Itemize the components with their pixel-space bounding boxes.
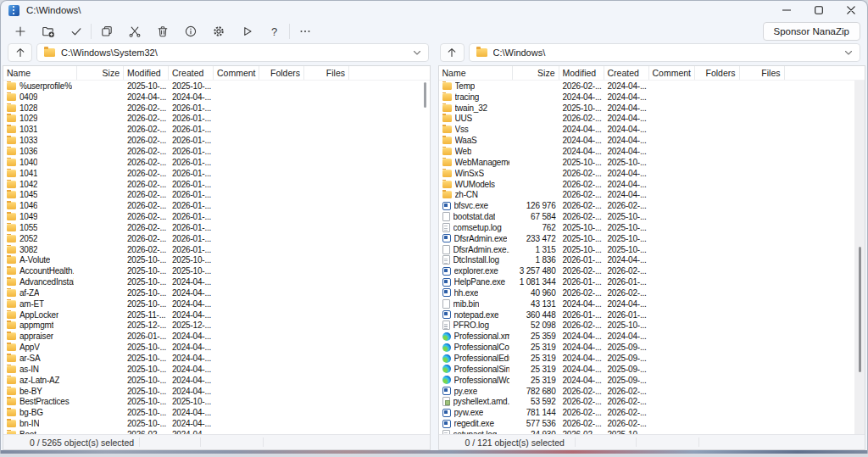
- file-row[interactable]: 10282026-02-...2026-01-...: [3, 103, 430, 114]
- file-row[interactable]: appmgmt2025-12-...2025-12-...: [3, 320, 430, 332]
- file-row[interactable]: AdvancedInstall...2025-10-...2024-04-...: [3, 276, 430, 287]
- column-name[interactable]: Name: [439, 66, 513, 80]
- close-button[interactable]: [835, 1, 867, 20]
- file-row[interactable]: WebManageme...2025-10-...2025-10-...: [439, 157, 865, 168]
- file-row[interactable]: py.exe782 6802026-02-...2026-02-...: [439, 386, 865, 397]
- file-row[interactable]: WUModels2026-02-...2024-04-...: [439, 179, 865, 190]
- file-row[interactable]: HelpPane.exe1 081 3442026-01-...2026-01-…: [439, 276, 865, 287]
- test-button[interactable]: [62, 21, 90, 42]
- up-button-left[interactable]: [8, 43, 32, 62]
- file-row[interactable]: twain_322025-10-...2024-04-...: [439, 103, 865, 114]
- file-row[interactable]: regedit.exe577 5362026-02-...2026-02-...: [439, 418, 865, 429]
- file-row[interactable]: 10422026-02-...2026-01-...: [3, 179, 430, 190]
- address-bar-right[interactable]: C:\Windows\: [469, 43, 861, 62]
- file-row[interactable]: bn-IN2025-10-...2024-04-...: [3, 418, 430, 429]
- run-button[interactable]: [232, 21, 260, 42]
- file-row[interactable]: bfsvc.exe126 9762026-02-...2026-02-...: [439, 200, 865, 211]
- file-row[interactable]: be-BY2025-10-...2024-04-...: [3, 386, 430, 397]
- file-row[interactable]: appraiser2026-01-...2024-04-...: [3, 331, 430, 342]
- more-button[interactable]: [291, 21, 319, 42]
- file-row[interactable]: Professional.xml25 3592024-04-...2024-04…: [439, 331, 865, 342]
- file-row[interactable]: pyshellext.amd...53 5922026-02-...2026-0…: [439, 396, 865, 407]
- file-row[interactable]: ar-SA2025-10-...2024-04-...: [3, 353, 430, 364]
- column-comment[interactable]: Comment: [214, 66, 259, 80]
- maximize-button[interactable]: [803, 1, 835, 20]
- file-row[interactable]: Temp2026-02-...2024-04-...: [439, 81, 865, 92]
- file-row[interactable]: ProfessionalSin...25 3192024-04-...2025-…: [439, 364, 865, 375]
- scrollbar-track[interactable]: [854, 81, 865, 434]
- file-row[interactable]: AccountHealth...2025-10-...2025-10-...: [3, 265, 430, 276]
- settings-button[interactable]: [204, 21, 232, 42]
- column-created[interactable]: Created: [169, 66, 214, 80]
- file-row[interactable]: 10292026-02-...2026-01-...: [3, 114, 430, 125]
- column-folders[interactable]: Folders: [259, 66, 304, 80]
- file-row[interactable]: ProfessionalEdu...25 3192024-04-...2025-…: [439, 353, 865, 364]
- column-size[interactable]: Size: [513, 66, 559, 80]
- file-row[interactable]: 10412026-02-...2026-01-...: [3, 168, 430, 179]
- file-row[interactable]: 04092024-04-...2024-04-...: [3, 92, 430, 103]
- minimize-button[interactable]: [771, 1, 803, 20]
- add-button[interactable]: [6, 21, 34, 42]
- file-row[interactable]: WaaS2024-04-...2024-04-...: [439, 135, 865, 146]
- column-files[interactable]: Files: [304, 66, 349, 80]
- file-row[interactable]: DfsrAdmin.exe233 4722025-10-...2025-10-.…: [439, 233, 865, 244]
- file-row[interactable]: PFRO.log52 0982026-02-...2025-10-...: [439, 320, 865, 332]
- file-row[interactable]: AppLocker2025-11-...2024-04-...: [3, 309, 430, 320]
- file-row[interactable]: zh-CN2026-02-...2024-04-...: [439, 189, 865, 200]
- column-created[interactable]: Created: [604, 66, 649, 80]
- file-row[interactable]: UUS2026-02-...2024-04-...: [439, 114, 865, 125]
- file-row[interactable]: 10552026-02-...2026-01-...: [3, 222, 430, 233]
- file-row[interactable]: af-ZA2025-10-...2024-04-...: [3, 287, 430, 298]
- file-row[interactable]: az-Latn-AZ2025-10-...2024-04-...: [3, 375, 430, 386]
- sponsor-button[interactable]: Sponsor NanaZip: [763, 22, 861, 41]
- file-row[interactable]: 10402026-02-...2026-01-...: [3, 157, 430, 168]
- file-row[interactable]: AppV2025-10-...2024-04-...: [3, 342, 430, 353]
- file-row[interactable]: 10362026-02-...2026-01-...: [3, 146, 430, 157]
- file-row[interactable]: WinSxS2026-02-...2024-04-...: [439, 168, 865, 179]
- delete-button[interactable]: [148, 21, 176, 42]
- address-bar-left[interactable]: C:\Windows\System32\: [36, 43, 429, 62]
- file-row[interactable]: hh.exe40 9602026-02-...2026-02-...: [439, 287, 865, 298]
- file-row[interactable]: %userprofile%2025-10-...2025-10-...: [3, 81, 430, 92]
- file-row[interactable]: bootstat.dat67 5842026-02-...2025-10-...: [439, 211, 865, 222]
- file-row[interactable]: A-Volute2025-10-...2025-10-...: [3, 255, 430, 266]
- column-folders[interactable]: Folders: [695, 66, 740, 80]
- scrollbar-thumb[interactable]: [859, 247, 861, 372]
- scrollbar-thumb[interactable]: [424, 82, 426, 108]
- file-row[interactable]: tracing2024-04-...2024-04-...: [439, 92, 865, 103]
- file-row[interactable]: Vss2024-04-...2024-04-...: [439, 124, 865, 135]
- file-row[interactable]: 10492026-02-...2026-01-...: [3, 211, 430, 222]
- chevron-down-icon[interactable]: [413, 50, 421, 56]
- copy-button[interactable]: [92, 21, 120, 42]
- file-row[interactable]: comsetup.log7622025-10-...2025-10-...: [439, 222, 865, 233]
- column-comment[interactable]: Comment: [649, 66, 695, 80]
- file-row[interactable]: DfsrAdmin.exe....1 3152025-10-...2025-10…: [439, 244, 865, 255]
- file-row[interactable]: 10462026-02-...2026-01-...: [3, 200, 430, 211]
- column-modified[interactable]: Modified: [124, 66, 169, 80]
- file-row[interactable]: as-IN2025-10-...2024-04-...: [3, 364, 430, 375]
- file-row[interactable]: notepad.exe360 4482026-01-...2026-01-...: [439, 309, 865, 320]
- file-row[interactable]: 10332026-02-...2026-01-...: [3, 135, 430, 146]
- up-button-right[interactable]: [440, 43, 465, 62]
- file-row[interactable]: BestPractices2025-10-...2025-10-...: [3, 396, 430, 407]
- file-row[interactable]: Web2024-04-...2024-04-...: [439, 146, 865, 157]
- file-row[interactable]: pyw.exe781 1442026-02-...2026-02-...: [439, 407, 865, 418]
- file-row[interactable]: ProfessionalCou...25 3192024-04-...2025-…: [439, 342, 865, 353]
- info-button[interactable]: [176, 21, 204, 42]
- file-row[interactable]: am-ET2025-10-...2024-04-...: [3, 298, 430, 309]
- file-row[interactable]: mib.bin43 1312024-04-...2024-04-...: [439, 298, 865, 309]
- file-row[interactable]: 20522026-02-...2026-01-...: [3, 233, 430, 244]
- move-button[interactable]: [120, 21, 148, 42]
- column-name[interactable]: Name: [3, 66, 77, 80]
- file-row[interactable]: 30822026-02-...2026-01-...: [3, 244, 430, 255]
- file-row[interactable]: 10452026-02-...2026-01-...: [3, 189, 430, 200]
- column-size[interactable]: Size: [77, 66, 124, 80]
- file-row[interactable]: bg-BG2025-10-...2024-04-...: [3, 407, 430, 418]
- column-files[interactable]: Files: [740, 66, 785, 80]
- extract-button[interactable]: [34, 21, 62, 42]
- file-row[interactable]: 10312026-02-...2026-01-...: [3, 124, 430, 135]
- file-row[interactable]: explorer.exe3 257 4802026-02-...2026-02-…: [439, 265, 865, 276]
- chevron-down-icon[interactable]: [844, 50, 853, 56]
- file-row[interactable]: ProfessionalWo...25 3192024-04-...2025-0…: [439, 375, 865, 386]
- column-modified[interactable]: Modified: [559, 66, 604, 80]
